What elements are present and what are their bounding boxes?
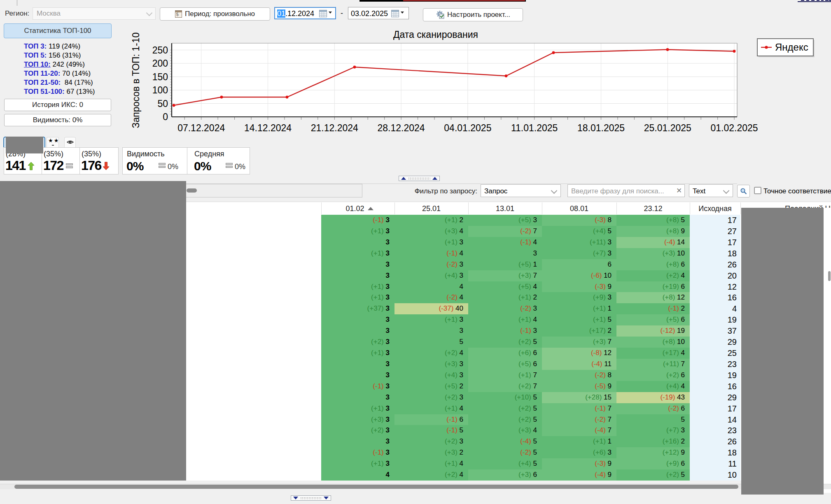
svg-text:250: 250	[152, 45, 168, 56]
svg-text:Дата сканирования: Дата сканирования	[393, 29, 478, 40]
svg-text:04.01.2025: 04.01.2025	[444, 123, 491, 133]
svg-text:25.01.2025: 25.01.2025	[644, 123, 691, 133]
svg-text:11.01.2025: 11.01.2025	[511, 123, 558, 133]
svg-text:100: 100	[152, 85, 168, 95]
svg-text:14.12.2024: 14.12.2024	[244, 123, 292, 133]
svg-text:28.12.2024: 28.12.2024	[378, 123, 425, 133]
svg-text:18.01.2025: 18.01.2025	[577, 123, 625, 133]
svg-text:200: 200	[152, 58, 168, 69]
svg-text:50: 50	[157, 98, 168, 109]
svg-text:0: 0	[163, 111, 168, 122]
svg-text:01.02.2025: 01.02.2025	[711, 123, 758, 133]
svg-text:Запросов в ТОП: 1-10: Запросов в ТОП: 1-10	[131, 33, 141, 128]
svg-text:Яндекс: Яндекс	[775, 42, 808, 53]
svg-text:21.12.2024: 21.12.2024	[311, 123, 358, 133]
svg-text:07.12.2024: 07.12.2024	[177, 123, 225, 133]
svg-text:150: 150	[152, 72, 168, 82]
